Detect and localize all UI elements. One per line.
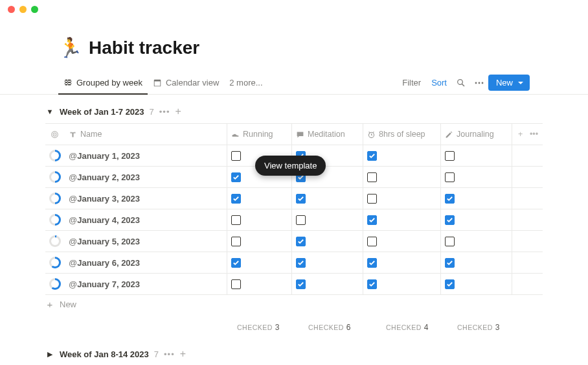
page-title[interactable]: Habit tracker (89, 38, 199, 58)
checkbox[interactable] (445, 215, 455, 225)
meditation-cell[interactable] (291, 274, 363, 294)
meditation-cell[interactable] (291, 252, 363, 273)
checkbox[interactable] (367, 279, 377, 289)
checkbox[interactable] (445, 194, 455, 204)
journaling-column-header[interactable]: Journaling (440, 124, 512, 145)
journaling-cell[interactable] (440, 209, 512, 230)
journaling-cell[interactable] (440, 188, 512, 209)
checkbox[interactable] (367, 151, 377, 161)
checkbox[interactable] (445, 151, 455, 161)
journaling-cell[interactable] (440, 167, 512, 187)
tab-calendar-view[interactable]: Calendar view (148, 71, 224, 95)
checkbox[interactable] (296, 258, 306, 268)
checkbox[interactable] (367, 194, 377, 204)
running-cell[interactable] (227, 231, 291, 252)
running-column-header[interactable]: Running (227, 124, 291, 145)
window-traffic-lights[interactable] (8, 6, 38, 13)
checkbox[interactable] (231, 172, 241, 182)
row-name[interactable]: @January 1, 2023 (65, 145, 227, 166)
sleep-cell[interactable] (363, 209, 440, 230)
journaling-cell[interactable] (440, 145, 512, 166)
meditation-cell[interactable] (291, 188, 363, 209)
checkbox[interactable] (296, 237, 306, 246)
checkbox[interactable] (231, 194, 241, 204)
meditation-checked-count[interactable]: CHECKED 6 (291, 323, 363, 332)
filter-button[interactable]: Filter (397, 78, 426, 88)
row-name[interactable]: @January 2, 2023 (65, 167, 227, 187)
journaling-checked-count[interactable]: CHECKED 3 (440, 323, 512, 332)
sort-button[interactable]: Sort (426, 78, 452, 88)
group-more-icon[interactable]: ••• (164, 349, 175, 359)
meditation-column-header[interactable]: Meditation (291, 124, 363, 145)
running-cell[interactable] (227, 274, 291, 294)
journaling-cell[interactable] (440, 274, 512, 294)
meditation-cell[interactable] (291, 231, 363, 252)
sleep-cell[interactable] (363, 231, 440, 252)
journaling-cell[interactable] (440, 231, 512, 252)
group-header-week1[interactable]: ▼ Week of Jan 1-7 2023 7 ••• + (45, 104, 543, 119)
journaling-cell[interactable] (440, 252, 512, 273)
add-row-button[interactable]: + New (45, 295, 543, 314)
checkbox[interactable] (231, 151, 241, 161)
table-row[interactable]: @January 4, 2023 (45, 209, 543, 231)
row-name[interactable]: @January 6, 2023 (65, 252, 227, 273)
table-row[interactable]: @January 2, 2023 (45, 167, 543, 188)
tab-grouped-by-week[interactable]: Grouped by week (58, 71, 148, 95)
running-cell[interactable] (227, 252, 291, 273)
checkbox[interactable] (367, 258, 377, 268)
checkbox[interactable] (231, 215, 241, 225)
more-options-button[interactable] (470, 75, 488, 91)
checkbox[interactable] (445, 258, 455, 268)
new-button[interactable]: New (488, 75, 530, 91)
table-row[interactable]: @January 6, 2023 (45, 252, 543, 274)
sleep-column-header[interactable]: 8hrs of sleep (363, 124, 440, 145)
running-cell[interactable] (227, 209, 291, 230)
sleep-cell[interactable] (363, 167, 440, 187)
sleep-cell[interactable] (363, 145, 440, 166)
checkbox[interactable] (445, 279, 455, 289)
table-row[interactable]: @January 1, 2023 (45, 145, 543, 167)
meditation-cell[interactable] (291, 145, 363, 166)
table-row[interactable]: @January 5, 2023 (45, 231, 543, 252)
checkbox[interactable] (296, 172, 306, 182)
row-name[interactable]: @January 3, 2023 (65, 188, 227, 209)
checkbox[interactable] (367, 237, 377, 246)
checkbox[interactable] (296, 151, 306, 161)
more-columns-icon[interactable]: ••• (530, 130, 538, 139)
name-column-header[interactable]: Name (65, 124, 227, 145)
checkbox[interactable] (296, 215, 306, 225)
group-add-icon[interactable]: + (180, 349, 186, 359)
group-add-icon[interactable]: + (175, 106, 181, 117)
row-name[interactable]: @January 5, 2023 (65, 231, 227, 252)
minimize-window-icon[interactable] (19, 6, 27, 13)
table-row[interactable]: @January 7, 2023 (45, 274, 543, 295)
checkbox[interactable] (445, 237, 455, 246)
caret-down-icon[interactable]: ▼ (45, 108, 54, 115)
running-cell[interactable] (227, 145, 291, 166)
tab-more-views[interactable]: 2 more... (224, 71, 267, 95)
page-icon[interactable]: 🏃 (58, 38, 82, 58)
row-name[interactable]: @January 7, 2023 (65, 274, 227, 294)
maximize-window-icon[interactable] (31, 6, 38, 13)
checkbox[interactable] (445, 172, 455, 182)
close-window-icon[interactable] (8, 6, 15, 13)
running-cell[interactable] (227, 167, 291, 187)
running-cell[interactable] (227, 188, 291, 209)
checkbox[interactable] (231, 258, 241, 268)
sleep-cell[interactable] (363, 188, 440, 209)
checkbox[interactable] (367, 215, 377, 225)
caret-right-icon[interactable]: ▶ (45, 350, 54, 359)
search-button[interactable] (452, 75, 470, 91)
table-row[interactable]: @January 3, 2023 (45, 188, 543, 209)
sleep-cell[interactable] (363, 274, 440, 294)
progress-column-header[interactable] (45, 124, 65, 145)
checkbox[interactable] (296, 194, 306, 204)
sleep-checked-count[interactable]: CHECKED 4 (363, 323, 440, 332)
meditation-cell[interactable] (291, 209, 363, 230)
sleep-cell[interactable] (363, 252, 440, 273)
checkbox[interactable] (231, 237, 241, 246)
checkbox[interactable] (296, 279, 306, 289)
running-checked-count[interactable]: CHECKED 3 (227, 323, 291, 332)
group-header-week2[interactable]: ▶ Week of Jan 8-14 2023 7 ••• + (45, 346, 543, 362)
meditation-cell[interactable] (291, 167, 363, 187)
